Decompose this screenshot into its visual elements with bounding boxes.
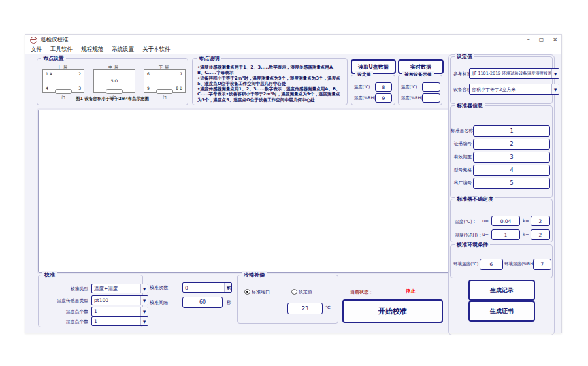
point-label: 1 A	[46, 72, 52, 76]
env-hum-input[interactable]: 7	[533, 259, 551, 270]
standard-port-radio[interactable]	[244, 289, 250, 295]
set-value-radio[interactable]	[291, 289, 297, 295]
door-shape	[55, 89, 72, 94]
standard-port-label: 标准端口	[252, 289, 270, 295]
sensor-type-value: pt100	[94, 297, 108, 303]
set-values-title: 设定值	[355, 71, 373, 78]
reference-standard-select[interactable]: JJF 1101-2019 环境试验设备温度湿度校准规范 ▼	[469, 68, 559, 79]
point-label: 6	[147, 72, 150, 76]
layer-middle-box: 5 O	[93, 69, 135, 93]
certificate-no-input[interactable]: 2	[473, 139, 550, 150]
generate-certificate-button[interactable]: 生成证书	[468, 301, 535, 322]
standard-name-input[interactable]: 1	[473, 125, 550, 137]
uncertainty-group: 标准器不确定度 温度(℃)： u= 0.04 k= 2 湿度(%RH)： u= …	[450, 199, 553, 242]
uncertainty-title: 标准器不确定度	[455, 195, 495, 203]
placement-notes-title: 布点说明	[197, 55, 221, 62]
standard-name-label: 标准器名称	[451, 127, 472, 134]
temp-points-value: 1	[94, 308, 97, 314]
chevron-down-icon: ▼	[140, 284, 148, 293]
layer-top-box: 1 A 2 4 3	[42, 69, 84, 93]
temp-points-select[interactable]: 1 ▼	[91, 307, 148, 316]
count-select[interactable]: 0 ▼	[182, 282, 232, 293]
menu-file[interactable]: 文件	[31, 46, 42, 54]
model-spec-input[interactable]: 4	[473, 165, 550, 176]
u-label: u=	[482, 218, 489, 224]
hum-points-label: 湿度点个数	[40, 318, 88, 325]
uncertainty-hum-u-input[interactable]: 1	[491, 229, 520, 240]
device-volume-select[interactable]: 容积小于等于2立方米 ▼	[469, 84, 559, 95]
generate-record-button[interactable]: 生成记录	[468, 280, 535, 301]
chevron-down-icon: ▼	[551, 84, 559, 94]
count-unit: 次	[227, 284, 231, 291]
minimize-button[interactable]: –	[527, 35, 530, 45]
placement-settings-title: 布点设置	[41, 55, 66, 62]
close-button[interactable]: ✕	[553, 35, 557, 45]
layer-middle-diagram: 中层 5 O 门	[93, 65, 135, 99]
chevron-down-icon: ▼	[140, 307, 148, 316]
cold-junction-unit: ℃	[325, 305, 331, 310]
point-label: 8 B	[176, 86, 182, 90]
set-hum-label: 湿度(%RH)	[354, 95, 376, 101]
uncertainty-temp-label: 温度(℃)：	[455, 218, 476, 225]
reference-standard-value: JJF 1101-2019 环境试验设备温度湿度校准规范	[472, 71, 559, 76]
calibration-type-value: 温度+湿度	[94, 286, 118, 292]
uncertainty-hum-label: 湿度(%RH)：	[455, 232, 482, 239]
placement-notes-group: 布点说明 •温度传感器测量点用于1、2、3.....数字表示，湿度传感器测量点用…	[192, 58, 348, 105]
device-volume-value: 容积小于等于2立方米	[472, 86, 515, 93]
calibration-group: 校准 校准类型 温度+湿度 ▼ 温度传感器类型 pt100 ▼ 温度点个数 1 …	[38, 274, 143, 327]
set-values-group: 设定值 温度(℃) 8 湿度(%RH) 9	[351, 75, 395, 105]
note-line: •温度传感器测量点用1、2、3.....数字表示，湿度传感器测量点用A、B、C.…	[197, 86, 344, 103]
env-temp-input[interactable]: 6	[480, 259, 503, 270]
menu-settings[interactable]: 系统设置	[112, 46, 134, 54]
set-temp-label: 温度(℃)	[354, 84, 370, 90]
start-calibration-button[interactable]: 开始校准	[342, 299, 443, 323]
reference-settings-title: 设定值	[455, 53, 474, 60]
u-label: u=	[482, 232, 489, 237]
placement-notes-text: •温度传感器测量点用于1、2、3.....数字表示，湿度传感器测量点用A、B、C…	[197, 65, 344, 103]
valid-until-input[interactable]: 3	[473, 152, 550, 163]
serial-no-input[interactable]: 5	[473, 178, 550, 189]
app-icon	[30, 37, 37, 44]
door-shape	[156, 89, 173, 94]
set-value-label: 设定值	[299, 289, 312, 295]
point-label: 9	[147, 86, 150, 90]
cold-junction-title: 冷端补偿	[242, 271, 267, 278]
interval-unit: 秒	[227, 299, 231, 306]
sensor-type-select[interactable]: pt100 ▼	[91, 295, 148, 305]
interval-input[interactable]: 60	[182, 297, 223, 308]
hum-points-value: 1	[94, 318, 97, 324]
env-hum-label: 环境湿度(%RH)	[504, 261, 535, 267]
menu-bar: 文件 工具软件 规程规范 系统设置 关于本软件	[25, 45, 561, 54]
set-temp-value[interactable]: 8	[375, 82, 392, 92]
reference-settings-group: 设定值 参考标准 JJF 1101-2019 环境试验设备温度湿度校准规范 ▼ …	[450, 56, 553, 104]
cold-junction-group: 冷端补偿 标准端口 设定值 23 ℃	[237, 274, 338, 324]
uncertainty-temp-k-input[interactable]: 2	[531, 216, 550, 226]
point-label: 7	[180, 72, 182, 76]
menu-regulations[interactable]: 规程规范	[81, 46, 103, 54]
chevron-down-icon: ▼	[140, 317, 148, 325]
desktop: 巡检仪校准 – ▢ ✕ 文件 工具软件 规程规范 系统设置 关于本软件 布点设置…	[0, 0, 588, 366]
env-temp-label: 环境温度(℃)	[453, 261, 478, 267]
app-window: 巡检仪校准 – ▢ ✕ 文件 工具软件 规程规范 系统设置 关于本软件 布点设置…	[25, 34, 562, 333]
hum-points-select[interactable]: 1 ▼	[91, 316, 148, 326]
menu-tools[interactable]: 工具软件	[50, 46, 73, 54]
device-temp-value[interactable]	[422, 82, 440, 92]
current-status-label: 当前状态：	[350, 289, 373, 295]
uncertainty-temp-u-input[interactable]: 0.04	[491, 216, 520, 226]
menu-about[interactable]: 关于本软件	[142, 46, 171, 54]
device-hum-value[interactable]	[422, 93, 440, 103]
layer-bottom-diagram: 下层 6 7 9 8 B 门	[144, 65, 186, 99]
cold-junction-input[interactable]: 23	[287, 303, 323, 314]
certificate-no-label: 证书编号	[451, 141, 472, 147]
calibration-title: 校准	[42, 271, 57, 278]
device-temp-label: 温度(℃)	[401, 84, 417, 90]
point-label: 4	[46, 86, 48, 90]
layer-top-diagram: 上层 1 A 2 4 3 门	[42, 65, 84, 99]
set-hum-value[interactable]: 9	[375, 93, 392, 103]
maximize-button[interactable]: ▢	[539, 35, 544, 45]
status-badge: 停止	[406, 288, 416, 295]
calibration-type-select[interactable]: 温度+湿度 ▼	[91, 284, 148, 293]
data-display-area	[38, 110, 449, 273]
layer-bottom-label: 下层	[144, 65, 186, 69]
uncertainty-hum-k-input[interactable]: 2	[531, 229, 550, 240]
